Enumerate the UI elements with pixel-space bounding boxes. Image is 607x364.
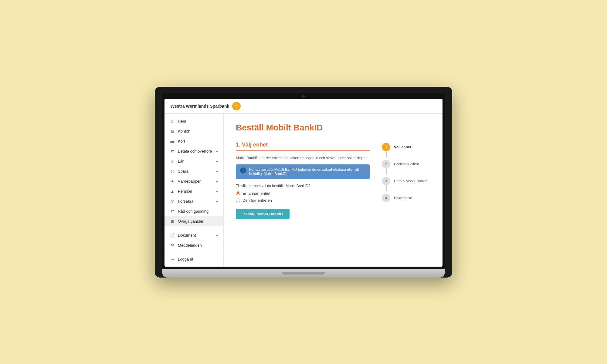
betala-arrow: ▸	[216, 150, 218, 153]
radio-annan-input[interactable]	[236, 191, 240, 195]
bank-name: Westra Wermlands Sparbank	[171, 104, 229, 109]
sidebar-label-betala: Betala och överföra	[178, 149, 212, 153]
step-2-label: Godkänn villkor	[394, 162, 419, 166]
info-box-text: För att beställa Mobilt BankID behöver d…	[249, 167, 365, 176]
lan-arrow: ▸	[216, 160, 218, 163]
submit-button[interactable]: Beställ Mobilt BankID	[236, 209, 290, 219]
home-icon: ⌂	[170, 119, 175, 123]
info-text: Mobilt BankID gör det enkelt och säkert …	[236, 156, 370, 160]
sidebar-item-konton[interactable]: ⊟ Konton	[164, 126, 223, 136]
sidebar-item-rad[interactable]: ⇄ Råd och guidning	[164, 206, 223, 216]
page-title: Beställ Mobilt BankID	[236, 123, 430, 133]
sidebar-label-rad: Råd och guidning	[178, 209, 209, 214]
sidebar-item-forsäkra[interactable]: ▽ Försäkra ▸	[164, 196, 223, 206]
dokument-icon: 📄	[170, 233, 175, 238]
sidebar-item-betala[interactable]: ⇄ Betala och överföra ▸	[164, 146, 223, 156]
sidebar-label-meddelanden: Meddelanden	[178, 243, 202, 248]
step-heading: 1. Välj enhet	[236, 142, 370, 151]
forsäkra-icon: ▽	[170, 199, 175, 204]
spara-icon: ◎	[170, 169, 175, 174]
stepper: 1 Välj enhet 2 Godkänn villkor	[382, 142, 430, 219]
info-box: i För att beställa Mobilt BankID behöver…	[236, 164, 370, 179]
sidebar-item-meddelanden[interactable]: ✉ Meddelanden	[164, 240, 223, 250]
laptop-frame: Westra Wermlands Sparbank 🌞 ⌂ Hem ⊟ Kont…	[155, 87, 452, 278]
bank-logo: 🌞	[232, 102, 241, 110]
sidebar-divider-2	[164, 252, 223, 252]
sidebar-item-logga-ut[interactable]: → Logga ut	[164, 254, 223, 264]
sidebar: ⌂ Hem ⊟ Konton ▬ Kort ⇄ Betala och överf…	[164, 114, 224, 267]
content-inner: 1. Välj enhet Mobilt BankID gör det enke…	[236, 142, 430, 219]
sidebar-label-dokument: Dokument	[178, 233, 196, 238]
step-2: 2 Godkänn villkor	[382, 160, 430, 168]
radio-option-denna[interactable]: Den här enheten	[236, 198, 370, 203]
step-4-label: Bekräftelse	[394, 196, 412, 200]
radio-question: Till vilken enhet vill du beställa Mobil…	[236, 184, 370, 188]
laptop-notch	[282, 272, 325, 275]
sidebar-label-kort: Kort	[178, 139, 185, 143]
sidebar-label-logga-ut: Logga ut	[178, 257, 193, 261]
step-1-circle: 1	[382, 143, 390, 151]
step-2-circle: 2	[382, 160, 390, 168]
logga-ut-icon: →	[170, 257, 175, 261]
step-3-label: Hämta Mobilt BankID	[394, 179, 428, 183]
sidebar-label-hem: Hem	[178, 119, 186, 123]
forsäkra-arrow: ▸	[216, 200, 218, 203]
header: Westra Wermlands Sparbank 🌞	[164, 99, 443, 114]
pension-icon: ▲	[170, 189, 175, 194]
screen: Westra Wermlands Sparbank 🌞 ⌂ Hem ⊟ Kont…	[164, 99, 443, 267]
step-1: 1 Välj enhet	[382, 143, 430, 151]
sidebar-item-pension[interactable]: ▲ Pension ▸	[164, 186, 223, 196]
sidebar-item-ovriga[interactable]: ⊞ Övriga tjänster	[164, 216, 223, 226]
radio-denna-label: Den här enheten	[242, 198, 272, 203]
betala-icon: ⇄	[170, 149, 175, 153]
meddelanden-icon: ✉	[170, 243, 175, 248]
sidebar-divider	[164, 228, 223, 228]
sidebar-label-spara: Spara	[178, 169, 188, 174]
info-box-icon: i	[240, 167, 246, 174]
laptop-base	[162, 269, 445, 278]
sidebar-label-forsäkra: Försäkra	[178, 199, 193, 204]
sidebar-item-spara[interactable]: ◎ Spara ▸	[164, 166, 223, 176]
vardepapper-arrow: ▸	[216, 180, 218, 183]
ovriga-icon: ⊞	[170, 219, 175, 224]
vardepapper-icon: ◈	[170, 179, 175, 184]
sidebar-label-lan: Lån	[178, 159, 185, 163]
sidebar-item-hem[interactable]: ⌂ Hem	[164, 116, 223, 126]
pension-arrow: ▸	[216, 190, 218, 193]
sidebar-item-dokument[interactable]: 📄 Dokument ▸	[164, 230, 223, 240]
step-4: 4 Bekräftelse	[382, 194, 430, 202]
form-section: 1. Välj enhet Mobilt BankID gör det enke…	[236, 142, 370, 219]
sidebar-label-ovriga: Övriga tjänster	[178, 219, 204, 224]
sidebar-item-vardepapper[interactable]: ◈ Värdepapper ▸	[164, 176, 223, 186]
konton-icon: ⊟	[170, 129, 175, 133]
dokument-arrow: ▸	[216, 234, 218, 237]
sidebar-label-vardepapper: Värdepapper	[178, 179, 201, 184]
lan-icon: ⌂	[170, 159, 175, 163]
step-1-label: Välj enhet	[394, 145, 411, 149]
step-3: 3 Hämta Mobilt BankID	[382, 177, 430, 185]
sidebar-label-konton: Konton	[178, 129, 190, 133]
sidebar-item-kort[interactable]: ▬ Kort	[164, 136, 223, 146]
main-layout: ⌂ Hem ⊟ Konton ▬ Kort ⇄ Betala och överf…	[164, 114, 443, 267]
kort-icon: ▬	[170, 139, 175, 143]
camera	[302, 95, 305, 98]
radio-annan-label: En annan enhet	[242, 191, 270, 196]
spara-arrow: ▸	[216, 170, 218, 173]
step-3-circle: 3	[382, 177, 390, 185]
radio-group: En annan enhet Den här enheten	[236, 191, 370, 203]
content-area: Beställ Mobilt BankID 1. Välj enhet Mobi…	[224, 114, 443, 267]
radio-denna-input[interactable]	[236, 198, 240, 202]
screen-bezel: Westra Wermlands Sparbank 🌞 ⌂ Hem ⊟ Kont…	[162, 93, 445, 269]
sidebar-label-pension: Pension	[178, 189, 192, 194]
step-4-circle: 4	[382, 194, 390, 202]
radio-option-annan[interactable]: En annan enhet	[236, 191, 370, 196]
sidebar-item-lan[interactable]: ⌂ Lån ▸	[164, 156, 223, 166]
rad-icon: ⇄	[170, 209, 175, 214]
